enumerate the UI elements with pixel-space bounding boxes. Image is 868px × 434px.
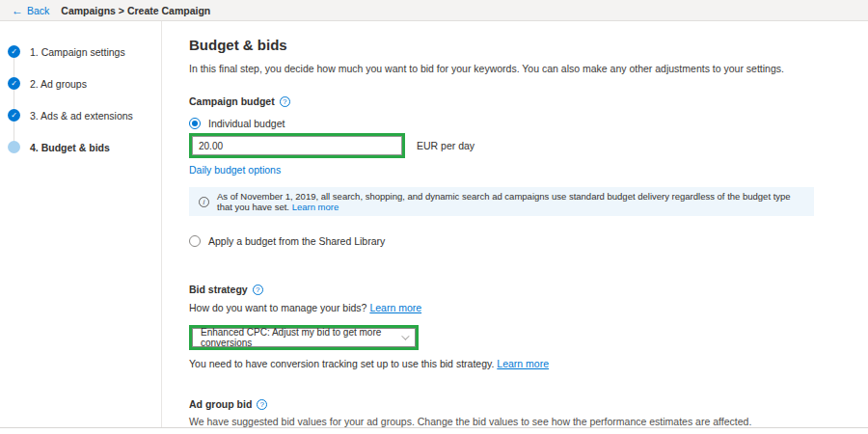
budget-input[interactable]: [192, 136, 402, 155]
shared-budget-label: Apply a budget from the Shared Library: [208, 235, 385, 247]
conversion-tracking-note: You need to have conversion tracking set…: [189, 358, 868, 369]
shared-budget-option[interactable]: Apply a budget from the Shared Library: [189, 235, 868, 247]
page-title: Budget & bids: [189, 37, 868, 53]
banner-learn-more-link[interactable]: Learn more: [292, 202, 339, 212]
bid-strategy-dropdown[interactable]: Enhanced CPC: Adjust my bid to get more …: [192, 328, 416, 347]
step-done-icon: ✓: [8, 109, 20, 122]
conversion-tracking-learn-more-link[interactable]: Learn more: [497, 358, 549, 369]
bid-strategy-section: Bid strategy ? How do you want to manage…: [189, 284, 868, 369]
step-label: 1. Campaign settings: [30, 46, 125, 58]
ad-group-bid-section: Ad group bid ? We have suggested bid val…: [189, 398, 868, 434]
top-bar: ← Back Campaigns > Create Campaign: [0, 0, 868, 21]
step-label: 3. Ads & ad extensions: [30, 110, 133, 122]
bid-strategy-annotation: Enhanced CPC: Adjust my bid to get more …: [189, 325, 419, 350]
step-done-icon: ✓: [8, 77, 20, 90]
sidebar-step-ads-extensions[interactable]: ✓ 3. Ads & ad extensions: [0, 99, 161, 131]
budget-input-annotation: [189, 133, 405, 158]
bid-strategy-help-icon[interactable]: ?: [253, 285, 263, 295]
bid-strategy-question-text: How do you want to manage your bids?: [189, 302, 366, 313]
shared-budget-radio[interactable]: [189, 235, 201, 247]
bid-strategy-question: How do you want to manage your bids? Lea…: [189, 302, 868, 313]
banner-text: As of November 1, 2019, all search, shop…: [217, 191, 804, 212]
individual-budget-label: Individual budget: [208, 118, 285, 129]
bid-strategy-label: Bid strategy: [189, 284, 248, 295]
step-label: 2. Ad groups: [30, 78, 87, 90]
budget-delivery-banner: i As of November 1, 2019, all search, sh…: [189, 187, 814, 216]
back-label: Back: [27, 5, 49, 16]
create-campaign-screen: ← Back Campaigns > Create Campaign ✓ 1. …: [0, 0, 868, 434]
ad-group-bid-help-icon[interactable]: ?: [257, 399, 267, 410]
steps-sidebar: ✓ 1. Campaign settings ✓ 2. Ad groups ✓ …: [0, 21, 162, 427]
ad-group-bid-heading: Ad group bid ?: [189, 398, 868, 410]
ad-group-bid-label: Ad group bid: [189, 398, 252, 410]
daily-budget-options-link[interactable]: Daily budget options: [189, 164, 281, 176]
sidebar-step-budget-bids[interactable]: 4. Budget & bids: [0, 131, 161, 163]
budget-input-row: EUR per day: [189, 133, 868, 158]
breadcrumb: Campaigns > Create Campaign: [61, 5, 210, 16]
individual-budget-option[interactable]: Individual budget: [189, 118, 868, 129]
back-button[interactable]: ← Back: [12, 5, 49, 16]
info-icon: i: [199, 197, 209, 207]
main-content: Budget & bids In this final step, you de…: [162, 21, 868, 427]
step-done-icon: ✓: [8, 45, 20, 58]
step-current-icon: [8, 141, 20, 153]
sidebar-step-ad-groups[interactable]: ✓ 2. Ad groups: [0, 68, 161, 99]
campaign-budget-heading: Campaign budget ?: [189, 95, 868, 107]
bid-strategy-learn-more-link[interactable]: Learn more: [369, 302, 421, 313]
bid-strategy-dropdown-row: Enhanced CPC: Adjust my bid to get more …: [189, 322, 868, 350]
step-label: 4. Budget & bids: [30, 142, 110, 153]
campaign-budget-label: Campaign budget: [189, 95, 275, 107]
back-arrow-icon: ←: [12, 5, 23, 16]
sidebar-step-campaign-settings[interactable]: ✓ 1. Campaign settings: [0, 36, 161, 68]
intro-text: In this final step, you decide how much …: [189, 63, 868, 74]
individual-budget-radio[interactable]: [189, 118, 201, 129]
bottom-divider: [0, 427, 868, 428]
ad-group-bid-description: We have suggested bid values for your ad…: [189, 416, 868, 427]
bid-strategy-selected-value: Enhanced CPC: Adjust my bid to get more …: [201, 327, 401, 348]
chevron-down-icon: [401, 332, 409, 339]
campaign-budget-help-icon[interactable]: ?: [280, 96, 290, 107]
bid-strategy-heading: Bid strategy ?: [189, 284, 868, 295]
conversion-tracking-note-text: You need to have conversion tracking set…: [189, 358, 494, 369]
budget-unit-label: EUR per day: [417, 140, 475, 151]
